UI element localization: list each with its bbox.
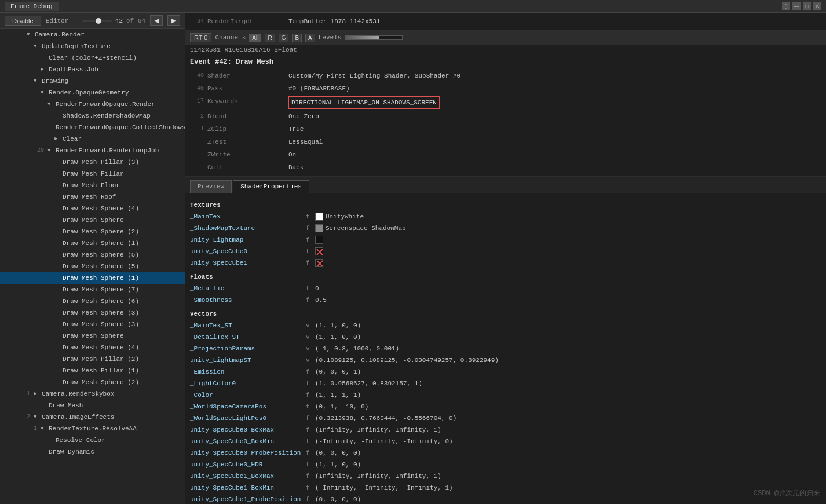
prop-row-vector: _Color f (1, 1, 1, 1) [190,389,821,401]
tree-item[interactable]: Draw Dynamic [0,446,185,458]
pass-row: 40 Pass #0 (FORWARDBASE) [190,82,821,95]
tree-item[interactable]: Draw Mesh Pillar (1) [0,365,185,377]
tree-item[interactable]: ▼ UpdateDepthTexture [0,41,185,52]
levels-label: Levels [319,34,342,41]
editor-label: Editor [46,17,69,24]
tree-item[interactable]: Clear (color+Z+stencil) [0,52,185,64]
tree-item[interactable]: Draw Mesh Sphere (4) [0,203,185,214]
tree-item-label: Draw Mesh Pillar (3) [63,158,139,167]
tree-item[interactable]: Draw Mesh Sphere [0,214,185,226]
tree-item[interactable]: Draw Mesh Sphere (3) [0,307,185,319]
tree-item[interactable]: ► Clear [0,133,185,145]
maximize-button[interactable]: □ [803,2,811,10]
channel-g-button[interactable]: G [279,34,289,42]
pass-value: #0 (FORWARDBASE) [288,83,350,94]
slider-value: 42 [115,17,123,24]
tree-item[interactable]: Resolve Color [0,434,185,446]
tree-item-label: UpdateDepthTexture [42,42,111,51]
prop-row-speccube1: unity_SpecCube1 f [190,257,821,269]
tree-item-label: RenderForwardOpaque.Render [56,100,155,109]
vectors-header: Vectors [190,311,821,317]
tree-item-label: Camera.Render [35,30,85,39]
tree-item[interactable]: Draw Mesh Sphere (1) [0,238,185,249]
zclip-value: True [288,124,304,134]
tree-item-label: Draw Mesh Sphere (7) [63,285,139,294]
channel-all-button[interactable]: All [249,34,261,42]
tree-item[interactable]: Draw Mesh Sphere (1) [0,272,185,284]
vector-rows: _MainTex_ST v (1, 1, 0, 0)_DetailTex_ST … [190,320,821,504]
prop-row-lightmap: unity_Lightmap f [190,234,821,246]
disable-button[interactable]: Disable [5,16,41,26]
prop-row-vector: unity_SpecCube0_HDR f (1, 1, 0, 0) [190,459,821,470]
main-layout: Disable Editor 42 of 64 ◀ ▶ ▼ Camera.Ren… [0,13,826,504]
next-button[interactable]: ▶ [167,15,180,26]
tree-item[interactable]: ► DepthPass.Job [0,64,185,75]
tree-item[interactable]: ▼ Render.OpaqueGeometry [0,87,185,98]
tree-item-label: Draw Mesh Sphere (1) [63,273,139,283]
zwrite-label: ZWrite [207,149,288,160]
shader-value: Custom/My First Lighting Shader, SubShad… [288,71,460,81]
tree-item[interactable]: Draw Mesh Sphere (7) [0,284,185,295]
blend-value: One Zero [288,111,319,122]
tree-item[interactable]: ▼ Drawing [0,75,185,87]
tree-item-label: Draw Mesh Sphere (5) [63,250,139,260]
tree-item[interactable]: RenderForwardOpaque.CollectShadows [0,122,185,133]
tree-item[interactable]: Draw Mesh Sphere (2) [0,377,185,388]
title-bar-label: Frame Debug [5,2,59,11]
keywords-row: 17 Keywords DIRECTIONAL LIGHTMAP_ON SHAD… [190,95,821,110]
tree-item[interactable]: Draw Mesh Sphere (3) [0,319,185,330]
tree-item[interactable]: Draw Mesh [0,400,185,411]
tree-item[interactable]: Draw Mesh Sphere (5) [0,249,185,261]
prop-row-vector: _WorldSpaceCameraPos f (0, 1, -10, 0) [190,401,821,412]
tree-item[interactable]: 2▼ Camera.ImageEffects [0,411,185,423]
tree-item-label: Draw Mesh Pillar [63,169,124,178]
tree-item[interactable]: Shadows.RenderShadowMap [0,110,185,122]
tree-item[interactable]: 20▼ RenderForward.RenderLoopJob [0,145,185,156]
tree-item[interactable]: Draw Mesh Pillar (2) [0,353,185,365]
tree-item[interactable]: 1▼ RenderTexture.ResolveAA [0,423,185,434]
tree-item-label: DepthPass.Job [49,65,98,74]
blend-row: 2 Blend One Zero [190,110,821,123]
watermark: CSDN @异次元的归来 [754,488,820,498]
tree-item[interactable]: Draw Mesh Pillar (3) [0,156,185,168]
prop-row-vector: unity_SpecCube0_BoxMax f (Infinity, Infi… [190,424,821,436]
tree-item-label: Draw Mesh Pillar (1) [63,366,139,375]
format-text: 1142x531 R16G16B16A16_SFloat [185,45,826,54]
tree-item[interactable]: ▼ RenderForwardOpaque.Render [0,98,185,110]
tree-item[interactable]: Draw Mesh Sphere (5) [0,261,185,272]
tree-item[interactable]: ▼ Camera.Render [0,29,185,41]
tab-shader-properties[interactable]: ShaderProperties [233,180,309,193]
menu-icon[interactable]: ⋮ [782,2,790,10]
tex-preview-lightmap [315,236,323,244]
channel-b-button[interactable]: B [292,34,302,42]
tree-item-label: Resolve Color [56,436,105,445]
tree-item-label: Drawing [42,76,68,86]
prev-button[interactable]: ◀ [150,15,163,26]
tex-preview-speccube1 [315,259,323,267]
close-button[interactable]: ✕ [813,2,821,10]
prop-row-maintex: _MainTex f UnityWhite [190,211,821,222]
tree-item-label: Draw Mesh Roof [63,192,116,202]
zclip-label: ZClip [207,124,288,134]
channel-r-button[interactable]: R [265,34,275,42]
tree-item[interactable]: Draw Mesh Floor [0,180,185,191]
rt-button[interactable]: RT 0 [190,33,211,42]
rt-bar: RT 0 Channels All R G B A Levels [185,31,826,45]
tree-item[interactable]: Draw Mesh Pillar [0,168,185,180]
ztest-label: ZTest [207,137,288,147]
prop-row-smoothness: _Smoothness f 0.5 [190,294,821,306]
tree-item-label: Draw Mesh Sphere [63,216,124,225]
tree-item[interactable]: 1► Camera.RenderSkybox [0,388,185,400]
tree-item-label: RenderForward.RenderLoopJob [56,146,159,155]
tree-item[interactable]: Draw Mesh Roof [0,191,185,203]
tab-preview[interactable]: Preview [190,180,232,193]
prop-row-vector: _ProjectionParams v (-1, 0.3, 1000, 0.00… [190,343,821,355]
minimize-button[interactable]: — [792,2,801,10]
tree-item[interactable]: Draw Mesh Sphere (6) [0,295,185,307]
tree-item[interactable]: Draw Mesh Sphere [0,330,185,342]
tree-item[interactable]: Draw Mesh Sphere (4) [0,342,185,353]
tree-item[interactable]: Draw Mesh Sphere (2) [0,226,185,238]
prop-row-vector: unity_SpecCube1_BoxMin f (-Infinity, -In… [190,482,821,494]
channel-a-button[interactable]: A [305,34,315,42]
cull-label: Cull [207,162,288,173]
